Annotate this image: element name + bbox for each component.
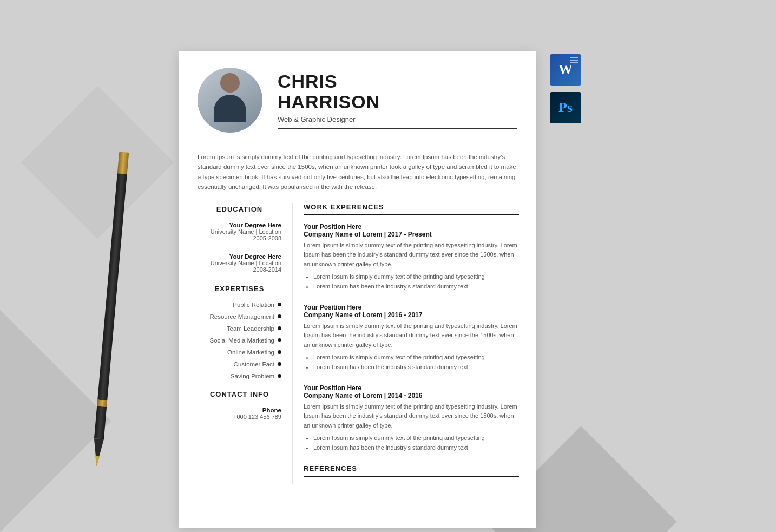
expertise-label-6: Customer Fact: [234, 361, 274, 367]
work-company-1: Company Name of Lorem | 2017 - Present: [304, 231, 519, 238]
contact-title: CONTACT INFO: [198, 390, 281, 398]
name-first: CHRIS: [278, 71, 517, 91]
work-desc-2: Lorem Ipsum is simply dummy text of the …: [304, 321, 519, 350]
left-column: EDUCATION Your Degree Here University Na…: [179, 203, 292, 485]
expertise-label-7: Saving Problem: [231, 373, 274, 379]
photoshop-icon[interactable]: Ps: [550, 92, 581, 123]
profile-silhouette: [208, 73, 252, 127]
silhouette-body: [214, 95, 246, 122]
expertise-label-5: Online Marketing: [227, 349, 274, 356]
expertise-label-1: Public Relation: [233, 301, 274, 308]
education-title: EDUCATION: [198, 205, 281, 213]
resume-header: CHRIS HARRISON Web & Graphic Designer: [179, 51, 536, 143]
work-position-1: Your Position Here: [304, 223, 519, 231]
name-section: CHRIS HARRISON Web & Graphic Designer: [278, 71, 517, 129]
references-section: REFERENCES: [304, 464, 519, 477]
ps-icon-letter: Ps: [558, 100, 573, 116]
education-entry-1: Your Degree Here University Name | Locat…: [198, 222, 281, 241]
work-position-3: Your Position Here: [304, 384, 519, 392]
work-title: WORK EXPERENCES: [304, 203, 519, 215]
edu-school-1: University Name | Location: [198, 228, 281, 235]
expertise-item-1: Public Relation: [198, 301, 281, 308]
work-bullet-1b: Lorem Ipsum has been the industry's stan…: [313, 282, 519, 292]
right-column: WORK EXPERENCES Your Position Here Compa…: [292, 203, 536, 485]
work-company-2: Company Name of Lorem | 2016 - 2017: [304, 311, 519, 319]
expertise-item-7: Saving Problem: [198, 373, 281, 379]
resume-body: EDUCATION Your Degree Here University Na…: [179, 203, 536, 501]
expertise-dot-5: [278, 350, 281, 354]
phone-entry: Phone +000 123 456 789: [198, 407, 281, 420]
word-icon-doc: [570, 57, 578, 63]
work-bullets-3: Lorem Ipsum is simply dummy text of the …: [304, 434, 519, 452]
profile-photo: [198, 68, 262, 133]
app-icons-container: W Ps: [550, 54, 581, 123]
work-bullet-2b: Lorem Ipsum has been the industry's stan…: [313, 363, 519, 372]
work-desc-1: Lorem Ipsum is simply dummy text of the …: [304, 241, 519, 270]
phone-label: Phone: [198, 407, 281, 413]
expertise-dot-1: [278, 303, 281, 306]
expertise-item-6: Customer Fact: [198, 361, 281, 367]
edu-degree-2: Your Degree Here: [198, 253, 281, 260]
work-entry-3: Your Position Here Company Name of Lorem…: [304, 384, 519, 453]
work-position-2: Your Position Here: [304, 304, 519, 311]
contact-section: CONTACT INFO Phone +000 123 456 789: [198, 390, 281, 420]
work-section: WORK EXPERENCES Your Position Here Compa…: [304, 203, 519, 453]
resume-paper: CHRIS HARRISON Web & Graphic Designer Lo…: [179, 51, 536, 528]
edu-year-2: 2008-2014: [198, 266, 281, 273]
work-desc-3: Lorem Ipsum is simply dummy text of the …: [304, 402, 519, 431]
job-title: Web & Graphic Designer: [278, 115, 517, 123]
expertise-label-3: Team Leadership: [227, 325, 274, 332]
work-company-3: Company Name of Lorem | 2014 - 2016: [304, 392, 519, 399]
work-entry-1: Your Position Here Company Name of Lorem…: [304, 223, 519, 292]
work-bullets-1: Lorem Ipsum is simply dummy text of the …: [304, 272, 519, 291]
work-bullets-2: Lorem Ipsum is simply dummy text of the …: [304, 353, 519, 372]
expertise-dot-7: [278, 374, 281, 378]
references-title: REFERENCES: [304, 464, 519, 477]
work-entry-2: Your Position Here Company Name of Lorem…: [304, 304, 519, 372]
expertise-item-2: Resource Management: [198, 313, 281, 320]
expertise-item-4: Social Media Marketing: [198, 337, 281, 344]
expertises-section: EXPERTISES Public Relation Resource Mana…: [198, 285, 281, 379]
silhouette-head: [220, 73, 240, 93]
expertise-item-5: Online Marketing: [198, 349, 281, 356]
expertise-dot-4: [278, 338, 281, 342]
expertises-title: EXPERTISES: [198, 285, 281, 293]
education-section: EDUCATION Your Degree Here University Na…: [198, 205, 281, 273]
education-entry-2: Your Degree Here University Name | Locat…: [198, 253, 281, 273]
work-bullet-3b: Lorem Ipsum has been the industry's stan…: [313, 443, 519, 453]
expertise-label-4: Social Media Marketing: [209, 337, 274, 344]
edu-year-1: 2005-2008: [198, 235, 281, 241]
expertise-dot-3: [278, 326, 281, 330]
expertise-label-2: Resource Management: [209, 313, 274, 320]
word-icon-letter: W: [558, 62, 573, 78]
name-last: HARRISON: [278, 92, 517, 112]
expertise-item-3: Team Leadership: [198, 325, 281, 332]
expertise-dot-2: [278, 314, 281, 318]
bg-shape-3: [21, 86, 174, 239]
work-bullet-2a: Lorem Ipsum is simply dummy text of the …: [313, 353, 519, 363]
work-bullet-3a: Lorem Ipsum is simply dummy text of the …: [313, 434, 519, 443]
resume-summary: Lorem Ipsum is simply dummy text of the …: [179, 143, 536, 203]
phone-value: +000 123 456 789: [198, 413, 281, 420]
edu-degree-1: Your Degree Here: [198, 222, 281, 228]
word-icon[interactable]: W: [550, 54, 581, 86]
edu-school-2: University Name | Location: [198, 260, 281, 266]
expertise-dot-6: [278, 362, 281, 366]
work-bullet-1a: Lorem Ipsum is simply dummy text of the …: [313, 272, 519, 282]
bg-shape-1: [0, 298, 111, 532]
